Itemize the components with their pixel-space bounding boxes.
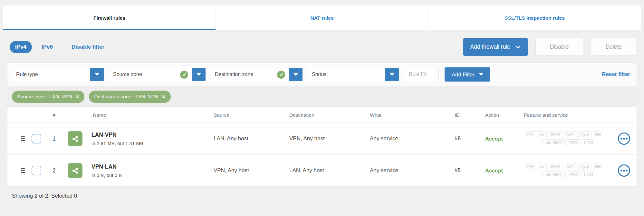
- table-header: # Name Source Destination What ID Action…: [7, 107, 637, 123]
- check-circle-icon: [180, 71, 188, 79]
- tab[interactable]: SSL/TLS inspection rules: [428, 5, 641, 30]
- filter-dropdown[interactable]: Source zone: [109, 68, 206, 81]
- add-firewall-rule-button[interactable]: Add firewall rule: [463, 38, 528, 56]
- feature-badge: QoS: [578, 131, 591, 138]
- dropdown-toggle-button[interactable]: [385, 68, 399, 81]
- table-body: 1 LAN-VPN in 2.81 MB, out 1.41 MB LAN: [7, 123, 637, 187]
- filter-dropdown-group: Rule type Source zone Destination zone: [12, 68, 399, 81]
- feature-badge: AV: [537, 163, 547, 170]
- row-number: 1: [44, 135, 64, 142]
- ipv6-toggle[interactable]: IPv6: [42, 44, 53, 50]
- feature-badge: QoS: [578, 163, 591, 170]
- col-header-name: Name: [64, 112, 214, 118]
- rule-name-link[interactable]: LAN-VPN: [91, 132, 117, 138]
- filter-dropdown-label: Rule type: [16, 72, 38, 77]
- drag-handle-icon[interactable]: [17, 168, 28, 173]
- filter-bar: Rule type Source zone Destination zone: [7, 63, 637, 86]
- triangle-down-icon: [197, 73, 201, 76]
- badge-line-1: IPSAVWEBAPPQoSHB: [524, 163, 611, 170]
- row-checkbox[interactable]: [32, 134, 41, 143]
- add-firewall-rule-label: Add firewall rule: [470, 44, 511, 50]
- delete-button[interactable]: Delete: [591, 38, 636, 56]
- rule-id: #8: [452, 135, 483, 142]
- filter-tag: Source zone : LAN, VPN ✕: [12, 91, 84, 103]
- filter-dropdown[interactable]: Status: [308, 68, 399, 81]
- table-row: 2 VPN-LAN in 0 B, out 0 B VPN, Any ho: [7, 155, 637, 187]
- col-header-action: Action: [483, 112, 521, 118]
- tab-label: NAT rules: [310, 15, 333, 21]
- filter-dropdown[interactable]: Destination zone: [211, 68, 303, 81]
- feature-badge: IPS: [524, 131, 535, 138]
- remove-tag-icon[interactable]: ✕: [76, 94, 80, 99]
- remove-tag-icon[interactable]: ✕: [162, 94, 166, 99]
- filter-dropdown-label: Destination zone: [215, 72, 253, 77]
- tab[interactable]: Firewall rules: [3, 5, 216, 30]
- rules-panel: Rule type Source zone Destination zone: [7, 63, 637, 205]
- ipv4-toggle[interactable]: IPv4: [10, 41, 32, 53]
- rule-id-input[interactable]: [404, 68, 439, 81]
- feature-badge: WEB: [548, 131, 562, 138]
- chevron-down-icon: [515, 45, 521, 49]
- row-number: 2: [44, 167, 64, 174]
- badge-line-2: LinkedNATPRXLOG: [524, 139, 611, 146]
- row-checkbox[interactable]: [32, 166, 41, 175]
- drag-handle-icon[interactable]: [17, 136, 28, 141]
- badge-line-1: IPSAVWEBAPPQoSHB: [524, 131, 611, 138]
- feature-badge: LinkedNAT: [540, 171, 566, 178]
- disable-filter-link[interactable]: Disable filter: [72, 44, 104, 50]
- col-header-id: ID: [452, 112, 483, 118]
- ellipsis-menu-icon[interactable]: [618, 133, 630, 145]
- filter-tag-label: Source zone : LAN, VPN: [17, 94, 72, 100]
- dropdown-toggle-button[interactable]: [90, 68, 104, 81]
- rule-source: LAN, Any host: [214, 135, 289, 142]
- filter-dropdown-box: Status: [308, 68, 385, 81]
- rule-what: Any service: [370, 167, 452, 174]
- rule-destination: LAN, Any host: [289, 167, 370, 174]
- col-header-source: Source: [214, 112, 289, 118]
- feature-badge: LOG: [582, 139, 596, 146]
- col-header-feature: Feature and service: [521, 112, 611, 118]
- feature-badge: LinkedNAT: [540, 139, 566, 146]
- feature-badges: IPSAVWEBAPPQoSHB LinkedNATPRXLOG: [521, 163, 611, 178]
- filter-dropdown-box: Destination zone: [211, 68, 289, 81]
- triangle-down-icon: [95, 73, 99, 76]
- add-filter-label: Add Filter: [452, 72, 475, 78]
- dropdown-toggle-button[interactable]: [192, 68, 206, 81]
- table-footer: Showing 2 of 2. Selected 0: [7, 187, 637, 205]
- disable-button[interactable]: Disable: [535, 38, 583, 56]
- feature-badges: IPSAVWEBAPPQoSHB LinkedNATPRXLOG: [521, 131, 611, 146]
- rule-traffic: in 0 B, out 0 B: [91, 172, 122, 178]
- feature-badge: PRX: [567, 139, 581, 146]
- col-header-number: #: [44, 112, 64, 118]
- triangle-down-icon: [390, 73, 394, 76]
- reset-filter-link[interactable]: Reset filter: [602, 71, 630, 78]
- col-header-what: What: [370, 112, 452, 118]
- feature-badge: APP: [564, 131, 577, 138]
- filter-dropdown[interactable]: Rule type: [12, 68, 104, 81]
- filter-dropdown-label: Status: [312, 72, 326, 77]
- tab-bar: Firewall rules NAT rules SSL/TLS inspect…: [3, 5, 641, 30]
- rule-action: Accept: [483, 136, 521, 142]
- share-icon: [68, 131, 82, 146]
- table-row: 1 LAN-VPN in 2.81 MB, out 1.41 MB LAN: [7, 123, 637, 155]
- filter-dropdown-box: Rule type: [12, 68, 90, 81]
- filter-dropdown-label: Source zone: [113, 72, 142, 77]
- add-filter-button[interactable]: Add Filter: [445, 67, 490, 82]
- filter-tag-label: Destination zone : LAN, VPN: [94, 94, 158, 100]
- filter-dropdown-box: Source zone: [109, 68, 192, 81]
- rule-action: Accept: [483, 168, 521, 174]
- rule-name-link[interactable]: VPN-LAN: [91, 163, 117, 170]
- triangle-down-icon: [479, 73, 483, 76]
- dropdown-toggle-button[interactable]: [289, 68, 303, 81]
- feature-badge: LOG: [582, 171, 596, 178]
- tab-label: SSL/TLS inspection rules: [505, 15, 565, 21]
- rule-traffic: in 2.81 MB, out 1.41 MB: [91, 141, 143, 146]
- toolbar-actions: Add firewall rule Disable Delete: [463, 38, 636, 56]
- tab[interactable]: NAT rules: [216, 5, 428, 30]
- tab-label: Firewall rules: [93, 15, 125, 21]
- feature-badge: PRX: [567, 171, 581, 178]
- feature-badge: AV: [537, 131, 547, 138]
- feature-badge: WEB: [548, 163, 562, 170]
- ellipsis-menu-icon[interactable]: [618, 164, 630, 177]
- share-icon: [68, 163, 82, 178]
